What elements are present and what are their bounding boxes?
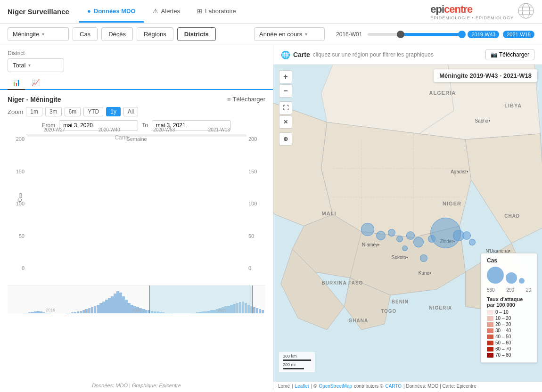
datasource: Données: MDO | Graphique: Epicentre [0, 381, 273, 390]
map-title-area: 🌐 Carte cliquez sur une région pour filt… [281, 50, 434, 59]
label-chad: CHAD [504, 213, 520, 219]
bubble-2 [388, 229, 395, 237]
line-chart-icon: 📈 [32, 79, 40, 86]
y-axis-right: 200 150 100 50 0 [246, 134, 265, 285]
mini-bar-6 [25, 313, 28, 313]
chart-download-btn[interactable]: ≡ Télécharger [227, 96, 265, 103]
range-start-label: 2016-W01 [336, 31, 362, 38]
disease-chevron: ▾ [42, 32, 44, 37]
map-controls: + − ⛶ ✕ ⊕ [279, 70, 292, 146]
map-container[interactable]: + − ⛶ ✕ ⊕ Méningite 2019-W43 - 2021-W18 … [273, 65, 542, 382]
btn-districts[interactable]: Districts [177, 27, 216, 41]
chart-header: Niger - Méningite ≡ Télécharger [8, 96, 265, 103]
mini-chart[interactable]: 2019 2020 2021 [8, 285, 265, 313]
mini-bar-22 [71, 312, 74, 313]
map-footer: Lomé | Leaflet | © OpenStreetMap contrib… [273, 382, 542, 390]
collapse-btn[interactable]: ✕ [279, 115, 292, 129]
y-axis-left: 200 150 100 50 0 [8, 134, 26, 285]
bubble-niamey [361, 223, 374, 236]
year-chevron: ▾ [305, 32, 307, 37]
slider-thumb-right[interactable] [458, 31, 466, 38]
district-selector[interactable]: Total ▾ [8, 58, 64, 72]
globe-icon: 🌐 [281, 50, 290, 59]
mini-bar-12 [42, 312, 45, 313]
slider-fill [401, 33, 462, 36]
label-togo: TOGO [381, 309, 396, 314]
footer-osm[interactable]: OpenStreetMap [319, 384, 352, 389]
attack-color-2 [487, 322, 493, 327]
donnees-mdo-icon: ● [87, 8, 91, 15]
scale-mi: 200 mi [283, 362, 311, 367]
toolbar: Méningite ▾ Cas Décès Régions Districts … [0, 24, 542, 45]
logo-world-icon [517, 2, 534, 21]
bubble-4 [406, 231, 415, 240]
zoom-in-btn[interactable]: + [279, 70, 292, 83]
zoom-1m[interactable]: 1m [26, 107, 42, 116]
label-sabha: Sabha• [475, 118, 490, 123]
btn-cas[interactable]: Cas [73, 27, 98, 41]
disease-value: Méningite [13, 31, 39, 38]
footer-carto[interactable]: CARTO [385, 384, 402, 389]
attack-row-1: 10 – 20 [487, 316, 531, 321]
range-slider-track[interactable] [368, 33, 462, 36]
zoom-6m[interactable]: 6m [65, 107, 81, 116]
attack-row-6: 60 – 70 [487, 346, 531, 351]
zoom-1y[interactable]: 1y [106, 107, 121, 116]
x-axis: 2020-W27 2020-W40 2020-W53 2021-W13 [27, 120, 246, 134]
chart-tabs: 📊 📈 [0, 74, 273, 90]
nav-tabs: ● Données MDO ⚠ Alertes ⊞ Laboratoire [79, 1, 430, 23]
mini-bar-20 [66, 313, 68, 313]
attack-row-5: 50 – 60 [487, 340, 531, 345]
tab-alertes[interactable]: ⚠ Alertes [144, 1, 189, 23]
tab-line-chart[interactable]: 📈 [27, 76, 44, 89]
label-ghana: GHANA [349, 318, 369, 323]
layers-btn[interactable]: ⊕ [279, 132, 292, 146]
alertes-icon: ⚠ [153, 8, 158, 15]
footer-leaflet[interactable]: Leaflet [295, 384, 309, 389]
tab-laboratoire[interactable]: ⊞ Laboratoire [189, 1, 245, 23]
y-axis-title: Cas [17, 193, 23, 202]
chart-area: Niger - Méningite ≡ Télécharger Zoom 1m … [0, 90, 273, 381]
label-kano: Kano• [419, 270, 431, 276]
scale-line-mi [283, 368, 304, 369]
footer-lome: Lomé [278, 384, 290, 389]
label-algeria: ALGERIA [429, 90, 456, 96]
scale-line-km [283, 359, 311, 361]
bubble-5 [413, 237, 424, 247]
map-download-btn[interactable]: 📷 Télécharger [485, 49, 534, 60]
disease-selector[interactable]: Méningite ▾ [8, 27, 69, 41]
main-content: District Total ▾ 📊 📈 Niger - Méningite ≡… [0, 45, 542, 390]
map-overlay-title: Méningite 2019-W43 - 2021-W18 [434, 69, 537, 82]
fullscreen-btn[interactable]: ⛶ [279, 101, 292, 114]
slider-thumb-left[interactable] [397, 31, 404, 38]
range-slider-area: 2016-W01 2019-W43 2021-W18 [336, 31, 534, 38]
bubble-3 [396, 236, 403, 242]
mini-bar-5 [23, 313, 25, 313]
bar-chart-icon: 📊 [12, 79, 20, 86]
attack-color-6 [487, 347, 493, 351]
label-benin: BENIN [392, 299, 409, 304]
map-header-subtitle: cliquez sur une région pour filtrer les … [313, 51, 434, 58]
zoom-out-btn[interactable]: − [279, 84, 292, 98]
attack-row-4: 40 – 50 [487, 334, 531, 339]
district-chevron: ▾ [28, 63, 31, 68]
btn-deces[interactable]: Décès [101, 27, 133, 41]
attack-color-1 [487, 316, 493, 321]
label-mali: MALI [322, 211, 337, 216]
map-header: 🌐 Carte cliquez sur une région pour filt… [273, 45, 542, 65]
legend-cas-title: Cas [487, 257, 531, 264]
district-value: Total [13, 62, 25, 69]
year-selector[interactable]: Année en cours ▾ [254, 27, 325, 41]
btn-regions[interactable]: Régions [137, 27, 173, 41]
map-header-title: Carte [293, 51, 310, 58]
year-value: Année en cours [259, 31, 302, 38]
mini-year-labels: 2019 2020 2021 [8, 308, 265, 312]
legend-circle-large [487, 267, 504, 284]
zoom-ytd[interactable]: YTD [83, 107, 103, 116]
tab-bar-chart[interactable]: 📊 [8, 76, 25, 90]
label-nigeria: NIGERIA [429, 305, 452, 310]
tab-donnees-mdo[interactable]: ● Données MDO [79, 1, 144, 23]
district-section: District Total ▾ [0, 45, 273, 74]
zoom-all[interactable]: All [123, 107, 138, 116]
zoom-3m[interactable]: 3m [45, 107, 62, 116]
